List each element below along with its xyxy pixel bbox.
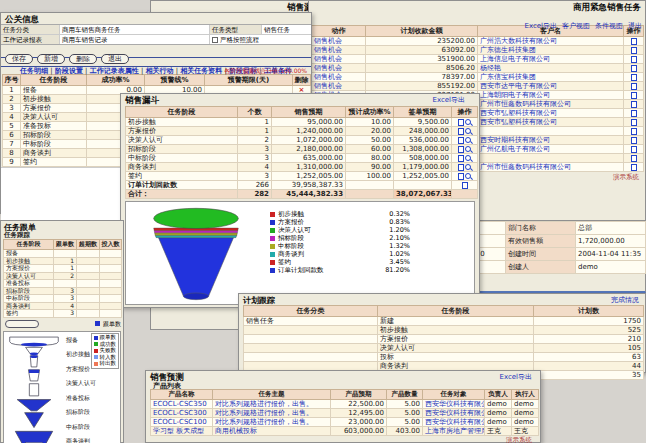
sales-opportunity-link[interactable]: 销售机会	[314, 46, 342, 54]
legend-value: 2.10%	[389, 234, 410, 242]
task-subject-link[interactable]: 对比系列规格进行报价，出售。	[215, 409, 313, 417]
sales-opportunity-link[interactable]: 销售机会	[314, 64, 342, 72]
tab-link[interactable]: 相关行动	[146, 67, 174, 75]
customer-link[interactable]: 广州浩大数科技有限公司	[480, 37, 557, 45]
export-icon[interactable]	[631, 128, 637, 135]
plan-completion-link[interactable]: 完成情况	[611, 295, 639, 305]
tab-link[interactable]: 阶段设置	[55, 67, 83, 75]
export-icon[interactable]	[631, 74, 637, 81]
task-target-link[interactable]: 上海市房地产管理局	[425, 427, 485, 435]
sales-opportunity-link[interactable]: 销售机会	[314, 55, 342, 63]
export-icon[interactable]	[458, 173, 464, 180]
legend-label: 转出数	[100, 360, 117, 367]
export-icon[interactable]	[631, 164, 637, 171]
task-subject-link[interactable]: 对比系列规格进行报价，出售。	[215, 400, 313, 408]
toolbar-link[interactable]: 条件视图	[595, 22, 623, 30]
magnifier-icon[interactable]	[465, 137, 471, 143]
customer-link[interactable]: 西安市弘塑科技有限公司	[480, 118, 557, 126]
customer-link[interactable]: 上海朝阳电子有限公司	[480, 91, 550, 99]
magnifier-icon[interactable]	[465, 164, 471, 170]
customer-link[interactable]: 西安时期科技有限公司	[480, 136, 550, 144]
product-link[interactable]: ECOCL-CSC100	[153, 418, 207, 426]
customer-link[interactable]: 广州市恒鑫数码科技有限公司	[480, 163, 571, 171]
value-cell	[100, 287, 122, 295]
export-icon[interactable]	[631, 101, 637, 108]
export-icon[interactable]	[631, 110, 637, 117]
export-icon[interactable]	[631, 119, 637, 126]
customer-link[interactable]: 广东德生科技集团	[480, 46, 536, 54]
export-icon[interactable]	[458, 119, 464, 126]
legend-swatch	[94, 342, 98, 346]
op-cell	[624, 118, 644, 127]
stage-cell: 初步接触	[126, 118, 238, 127]
stage-label: 招标阶段	[66, 408, 96, 423]
export-icon[interactable]	[458, 164, 464, 171]
export-icon[interactable]	[631, 137, 637, 144]
task-subject-link[interactable]: 商用机械投标	[215, 427, 257, 435]
magnifier-icon[interactable]	[465, 173, 471, 179]
product-qty-cell: 5.00	[387, 409, 423, 418]
follow-table-body: 报备初步接触1方案报价1决策人认可2准备投标招标阶段3中标阶段3商务谈判4签约3	[4, 250, 122, 318]
field-value-task-type[interactable]: 销售任务	[261, 25, 311, 34]
forecast-excel-export-link[interactable]: Excel导出	[499, 372, 532, 381]
export-icon[interactable]	[458, 137, 464, 144]
sales-opportunity-link[interactable]: 销售机会	[314, 73, 342, 81]
task-subject-link[interactable]: 对比系列规格进行报价，出售。	[215, 418, 313, 426]
product-link[interactable]: 学习型 板天成型	[153, 427, 204, 435]
export-icon[interactable]	[631, 47, 637, 54]
magnifier-icon[interactable]	[465, 146, 471, 152]
chart-toggle-button[interactable]	[5, 320, 39, 328]
field-value-record-report[interactable]: 商用车销售记录	[59, 35, 209, 44]
column-header: 投入数	[100, 240, 122, 250]
stage-cell: 初步接触	[4, 257, 54, 265]
customer-link[interactable]: 上海信息电子有限公司	[480, 55, 550, 63]
count-cell: 3	[238, 172, 272, 181]
export-icon[interactable]	[631, 83, 637, 90]
customer-link[interactable]: 西安市达平电子有限公司	[480, 82, 557, 90]
task-target-link[interactable]: 西安华仪科技有限公司	[425, 418, 485, 426]
sign-expect-cell: 536,000.00	[394, 136, 452, 145]
table-row: 销售机会855192.00西安市达平电子有限公司	[312, 82, 644, 91]
sales-opportunity-link[interactable]: 销售机会	[314, 37, 342, 45]
export-icon[interactable]	[631, 56, 637, 63]
legend-item: 订单计划回款数81.20%	[270, 266, 410, 274]
customer-link[interactable]: 广东信宝科技集团	[480, 73, 536, 81]
customer-cell: 西安时期科技有限公司	[478, 136, 624, 145]
export-icon[interactable]	[631, 155, 637, 162]
sign-expect-cell	[394, 181, 452, 190]
task-target-link[interactable]: 西安华仪科技有限公司	[425, 409, 485, 417]
strict-flow-checkbox[interactable]	[212, 37, 218, 43]
tab-link[interactable]: 任务明细	[20, 67, 48, 75]
export-icon[interactable]	[631, 65, 637, 72]
pr-window-title: 公关信息	[1, 13, 311, 24]
tab-link[interactable]: 工作记录表属性	[90, 67, 139, 75]
strict-flow-label: 严格按照流程	[220, 36, 259, 44]
export-icon[interactable]	[458, 128, 464, 135]
magnifier-icon[interactable]	[465, 119, 471, 125]
column-header: 预计成功率%	[346, 107, 394, 118]
export-icon[interactable]	[458, 146, 464, 153]
funnel-excel-export-link[interactable]: Excel导出	[432, 95, 465, 106]
customer-link[interactable]: 西安市弘塑科技有限公司	[480, 109, 557, 117]
export-icon[interactable]	[631, 146, 637, 153]
toolbar-link[interactable]: 客户视图	[562, 22, 590, 30]
product-link[interactable]: ECOCL-CSC350	[153, 400, 207, 408]
export-icon[interactable]	[462, 182, 468, 189]
funnel-window-title: 销售漏斗	[125, 95, 159, 106]
customer-link[interactable]: 广州市恒鑫数码科技有限公司	[480, 100, 571, 108]
customer-cell	[478, 127, 624, 136]
stage-cell: 决策人认可	[126, 136, 238, 145]
export-icon[interactable]	[631, 38, 637, 45]
product-link[interactable]: ECOCL-CSC300	[153, 409, 207, 417]
field-value-task-category[interactable]: 商用车销售商务任务	[59, 25, 209, 34]
task-target-link[interactable]: 西安华仪科技有限公司	[425, 400, 485, 408]
op-cell	[452, 172, 478, 181]
magnifier-icon[interactable]	[465, 128, 471, 134]
customer-link[interactable]: 广州亿航电子有限公司	[480, 145, 550, 153]
export-icon[interactable]	[631, 92, 637, 99]
customer-link[interactable]: 杨经艳	[480, 64, 501, 72]
sales-opportunity-link[interactable]: 销售机会	[314, 82, 342, 90]
export-icon[interactable]	[458, 155, 464, 162]
tab-link[interactable]: 相关任务资料	[180, 67, 222, 75]
magnifier-icon[interactable]	[465, 155, 471, 161]
